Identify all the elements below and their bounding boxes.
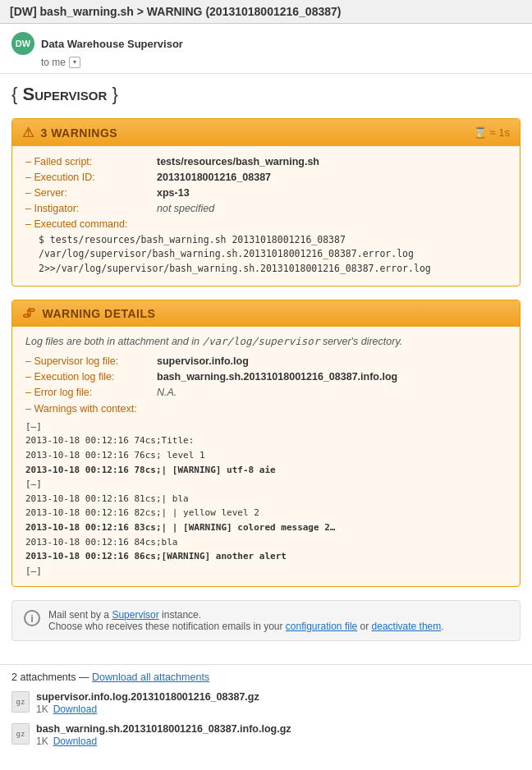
attachment-meta: 1K Download [36, 704, 259, 715]
code-line2: /var/log/supervisor/bash_warning.sh.2013… [39, 247, 507, 261]
log-path: /var/log/supervisor [202, 335, 319, 347]
log-line: 2013-10-18 00:12:16 76cs; level 1 [25, 448, 507, 463]
execution-id-label: – Execution ID: [25, 172, 157, 183]
log-line: 2013-10-18 00:12:16 82cs;| | yellow leve… [25, 506, 507, 520]
instigator-row: – Instigator: not specified [25, 203, 507, 214]
log-line: 2013-10-18 00:12:16 84cs;bla [25, 535, 507, 550]
attachment-info: bash_warning.sh.20131018001216_08387.inf… [36, 723, 291, 747]
attachment-item: gz bash_warning.sh.20131018001216_08387.… [11, 723, 521, 747]
log-line: 2013-10-18 00:12:16 83cs;| | [WARNING] c… [25, 520, 507, 535]
log-lines-block: [–]2013-10-18 00:12:16 74cs;Title:2013-1… [25, 419, 507, 579]
details-title: Warning Details [43, 307, 156, 320]
executed-code: $ tests/resources/bash_warning.sh 201310… [39, 233, 507, 276]
warnings-box-header: ⚠ 3 Warnings ⌛ ≈ 1s [12, 119, 520, 146]
email-body: { Supervisor } ⚠ 3 Warnings ⌛ ≈ 1s – Fai… [0, 74, 532, 664]
file-icon: gz [11, 723, 30, 745]
download-all-link[interactable]: Download all attachments [92, 671, 209, 683]
supervisor-log-label: – Supervisor log file: [25, 355, 157, 367]
attachment-size: 1K [36, 736, 48, 747]
log-line: 2013-10-18 00:12:16 78cs;| [WARNING] utf… [25, 463, 507, 478]
supervisor-log-value: supervisor.info.log [157, 355, 249, 367]
supervisor-log-row: – Supervisor log file: supervisor.info.l… [25, 355, 507, 367]
config-file-link[interactable]: configuration file [286, 621, 357, 632]
failed-script-label: – Failed script: [25, 156, 157, 167]
brace-open: { [11, 84, 17, 104]
info-notice-text: Mail sent by a Supervisor instance. Choo… [48, 609, 444, 632]
attachments-header: 2 attachments — Download all attachments [11, 671, 521, 683]
to-me-dropdown[interactable]: ▾ [69, 57, 80, 68]
log-line: [–] [25, 419, 507, 434]
log-line: 2013-10-18 00:12:16 86cs;[WARNING] anoth… [25, 549, 507, 564]
attachment-meta: 1K Download [36, 736, 291, 747]
warning-triangle-icon: ⚠ [22, 125, 34, 140]
instigator-label: – Instigator: [25, 203, 157, 214]
details-box: 🖇 Warning Details Log files are both in … [11, 300, 521, 588]
server-row: – Server: xps-13 [25, 187, 507, 199]
timer-label: ≈ 1s [490, 126, 510, 139]
error-log-value: N.A. [157, 387, 177, 398]
failed-script-value: tests/resources/bash_warning.sh [157, 156, 319, 167]
attachment-info: supervisor.info.log.20131018001216_08387… [36, 691, 259, 715]
brace-close: } [112, 84, 117, 104]
supervisor-name: Supervisor [22, 84, 107, 104]
execution-log-row: – Execution log file: bash_warning.sh.20… [25, 371, 507, 383]
execution-id-value: 20131018001216_08387 [157, 172, 271, 183]
execution-id-row: – Execution ID: 20131018001216_08387 [25, 172, 507, 183]
attachments-section: 2 attachments — Download all attachments… [0, 664, 532, 768]
log-line: [–] [25, 477, 507, 492]
warnings-box: ⚠ 3 Warnings ⌛ ≈ 1s – Failed script: tes… [11, 118, 521, 286]
warnings-box-body: – Failed script: tests/resources/bash_wa… [12, 146, 520, 286]
download-link[interactable]: Download [53, 736, 97, 747]
error-log-row: – Error log file: N.A. [25, 387, 507, 398]
execution-log-label: – Execution log file: [25, 371, 157, 383]
timer-area: ⌛ ≈ 1s [474, 126, 510, 139]
to-me-row: to me ▾ [11, 57, 521, 68]
info-notice: i Mail sent by a Supervisor instance. Ch… [11, 600, 521, 641]
executed-label: – Executed command: [25, 218, 507, 230]
server-label: – Server: [25, 187, 157, 199]
file-icon: gz [11, 691, 30, 713]
supervisor-link[interactable]: Supervisor [112, 609, 158, 621]
email-header: DW Data Warehouse Supervisor to me ▾ [0, 24, 532, 74]
attachment-size: 1K [36, 704, 48, 715]
paperclip-icon: 🖇 [22, 306, 36, 321]
details-box-header: 🖇 Warning Details [12, 300, 520, 327]
server-value: xps-13 [157, 187, 190, 199]
warnings-title: ⚠ 3 Warnings [22, 125, 117, 140]
attachment-name: supervisor.info.log.20131018001216_08387… [36, 691, 259, 703]
failed-script-row: – Failed script: tests/resources/bash_wa… [25, 156, 507, 167]
details-box-body: Log files are both in attachment and in … [12, 327, 520, 587]
log-line: [–] [25, 564, 507, 579]
download-link[interactable]: Download [53, 704, 97, 715]
hourglass-icon: ⌛ [474, 126, 487, 139]
attachment-name: bash_warning.sh.20131018001216_08387.inf… [36, 723, 291, 735]
code-line1: $ tests/resources/bash_warning.sh 201310… [39, 233, 507, 247]
deactivate-link[interactable]: deactivate them [372, 621, 442, 632]
supervisor-heading: { Supervisor } [11, 84, 521, 105]
log-line: 2013-10-18 00:12:16 81cs;| bla [25, 492, 507, 506]
instigator-value: not specified [157, 203, 214, 214]
avatar: DW [11, 32, 34, 55]
to-me-label: to me [41, 57, 66, 68]
error-log-label: – Error log file: [25, 387, 157, 398]
attachment-item: gz supervisor.info.log.20131018001216_08… [11, 691, 521, 715]
code-line3: 2>>/var/log/supervisor/bash_warning.sh.2… [39, 262, 507, 276]
sender-name: Data Warehouse Supervisor [41, 38, 183, 50]
attachments-list: gz supervisor.info.log.20131018001216_08… [11, 691, 521, 747]
log-rows: – Supervisor log file: supervisor.info.l… [25, 355, 507, 398]
window-title: [DW] bash_warning.sh > WARNING (20131018… [0, 0, 532, 24]
warnings-context-label: – Warnings with context: [25, 403, 507, 415]
log-line: 2013-10-18 00:12:16 74cs;Title: [25, 433, 507, 448]
execution-log-value: bash_warning.sh.20131018001216_08387.inf… [157, 371, 397, 383]
log-note: Log files are both in attachment and in … [25, 335, 507, 347]
info-circle-icon: i [24, 610, 40, 626]
sender-row: DW Data Warehouse Supervisor [11, 32, 521, 55]
